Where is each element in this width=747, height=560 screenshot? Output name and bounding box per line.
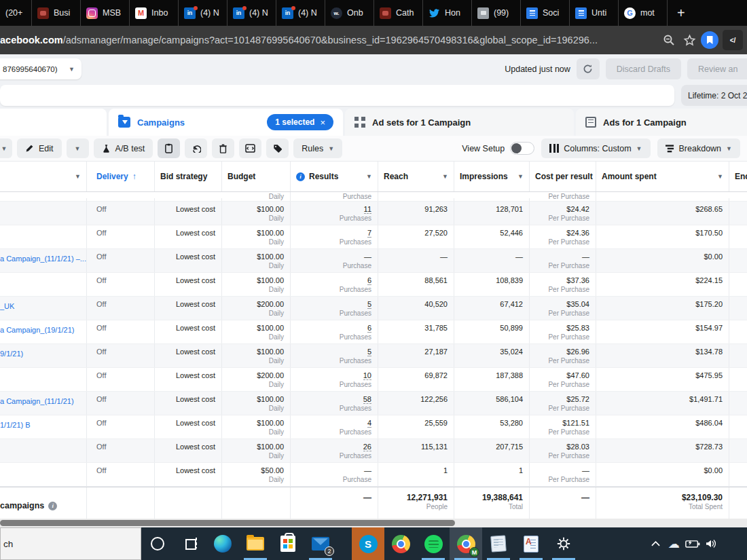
browser-tab[interactable]: MSB: [80, 0, 129, 26]
campaign-budget: $100.00Daily: [222, 202, 291, 225]
edit-button[interactable]: Edit: [17, 138, 62, 158]
browser-tab[interactable]: in(4) N: [227, 0, 276, 26]
file-explorer-icon[interactable]: [239, 527, 272, 560]
volume-icon[interactable]: [702, 539, 720, 548]
campaign-impressions: 1: [454, 463, 530, 486]
cortana-icon[interactable]: [141, 527, 174, 560]
refresh-button[interactable]: [577, 58, 600, 79]
column-results[interactable]: iResults▼: [291, 162, 378, 191]
campaign-name-link[interactable]: _UK: [0, 302, 14, 310]
ab-test-button[interactable]: A/B test: [94, 138, 153, 158]
campaign-results: 6Purchases: [291, 273, 378, 296]
discard-drafts-button[interactable]: Discard Drafts: [606, 58, 681, 79]
campaign-row[interactable]: 9/1/21)OffLowest cost$100.00Daily5Purcha…: [0, 344, 747, 368]
campaign-row[interactable]: a Campaign_(19/1/21)OffLowest cost$100.0…: [0, 320, 747, 344]
campaign-name-link[interactable]: 1/1/21) B: [0, 421, 31, 429]
campaign-name-link[interactable]: a Campaign_(19/1/21): [0, 326, 74, 334]
battery-icon[interactable]: [683, 540, 702, 548]
column-bid-strategy[interactable]: Bid strategy: [155, 162, 222, 191]
close-icon[interactable]: ×: [320, 117, 325, 128]
browser-tab[interactable]: (99): [471, 0, 520, 26]
campaign-name-link[interactable]: a Campaign_(11/1/21): [0, 397, 74, 405]
browser-url-bar[interactable]: acebook.com/adsmanager/manage/campaigns?…: [0, 26, 747, 54]
undo-icon-button[interactable]: [185, 138, 207, 158]
taskbar-search-box[interactable]: ch: [0, 527, 141, 560]
scrollbar-thumb[interactable]: [0, 520, 455, 526]
tab-campaigns[interactable]: Campaigns 1 selected ×: [109, 109, 343, 136]
campaign-row[interactable]: OffLowest cost$100.00Daily11Purchases91,…: [0, 202, 747, 225]
campaign-name-cell: a Campaign_(19/1/21): [0, 320, 87, 343]
browser-tab[interactable]: Busi: [31, 0, 80, 26]
delete-icon-button[interactable]: [212, 138, 234, 158]
browser-tab[interactable]: w.Onb: [325, 0, 374, 26]
account-selector[interactable]: 876995640670) ▼: [0, 58, 81, 79]
columns-button[interactable]: Columns: Custom▼: [541, 138, 650, 158]
review-and-publish-button[interactable]: Review an: [687, 58, 747, 79]
column-impressions[interactable]: Impressions▼: [454, 162, 530, 191]
browser-tab[interactable]: Unti: [569, 0, 618, 26]
bookmark-star-icon[interactable]: [679, 30, 699, 50]
campaign-row[interactable]: OffLowest cost$50.00Daily—Purchase11—Per…: [0, 463, 747, 487]
campaign-row[interactable]: _UKOffLowest cost$200.00Daily5Purchases4…: [0, 297, 747, 320]
campaign-row[interactable]: OffLowest cost$100.00Daily7Purchases27,5…: [0, 225, 747, 249]
browser-tab[interactable]: Soci: [520, 0, 569, 26]
column-delivery[interactable]: Delivery↑: [87, 162, 155, 191]
browser-tab[interactable]: Hon: [422, 0, 471, 26]
campaign-row[interactable]: a Campaign_(11/1/21) –...OffLowest cost$…: [0, 249, 747, 273]
notepad-icon[interactable]: [482, 527, 515, 560]
browser-tab[interactable]: in(4) N: [178, 0, 227, 26]
duplicate-dropdown-button[interactable]: ▼: [0, 138, 12, 158]
column-reach[interactable]: Reach▼: [378, 162, 454, 191]
campaign-row[interactable]: 1/1/21) BOffLowest cost$100.00Daily4Purc…: [0, 415, 747, 439]
chrome-profile-icon[interactable]: M: [450, 527, 482, 560]
skype-icon[interactable]: S: [352, 527, 384, 560]
rules-button[interactable]: Rules▼: [293, 138, 342, 158]
tab-partial[interactable]: [0, 109, 107, 136]
date-range-selector[interactable]: Lifetime: 2 Oct 202: [681, 85, 747, 106]
column-amount-spent[interactable]: Amount spent▼: [596, 162, 729, 191]
onedrive-cloud-icon[interactable]: ☁: [665, 537, 683, 551]
tray-chevron-icon[interactable]: [646, 541, 665, 546]
column-budget[interactable]: Budget: [222, 162, 291, 191]
column-end[interactable]: End: [729, 162, 747, 191]
campaign-name-link[interactable]: 9/1/21): [0, 350, 23, 358]
address-bar-url[interactable]: acebook.com/adsmanager/manage/campaigns?…: [0, 35, 659, 45]
microsoft-store-icon[interactable]: [272, 527, 304, 560]
spotify-icon[interactable]: [417, 527, 450, 560]
breakdown-button[interactable]: Breakdown▼: [657, 138, 740, 158]
selected-count-pill[interactable]: 1 selected ×: [267, 114, 333, 130]
extension-bookmark-icon[interactable]: [699, 30, 720, 50]
browser-tab[interactable]: Cath: [374, 0, 422, 26]
column-cost-per-result[interactable]: Cost per result▼: [530, 162, 596, 191]
campaign-budget: $50.00Daily: [222, 463, 291, 486]
edge-icon[interactable]: [206, 527, 239, 560]
new-tab-button[interactable]: +: [667, 0, 695, 26]
campaign-end-cell: [729, 368, 747, 391]
browser-tab[interactable]: Gmot: [618, 0, 667, 26]
column-campaign-name[interactable]: ▼: [0, 162, 87, 191]
copy-icon-button[interactable]: [158, 138, 180, 158]
campaign-row[interactable]: OffLowest cost$100.00Daily6Purchases88,5…: [0, 273, 747, 297]
search-filter-input[interactable]: [0, 85, 674, 106]
tag-icon-button[interactable]: [266, 138, 289, 158]
campaign-row[interactable]: OffLowest cost$200.00Daily10Purchases69,…: [0, 368, 747, 392]
campaign-name-link[interactable]: a Campaign_(11/1/21) –...: [0, 255, 86, 263]
browser-tab[interactable]: in(4) N: [276, 0, 325, 26]
browser-tab[interactable]: MInbo: [129, 0, 178, 26]
summary-row: campaigns i — 12,271,931People 19,388,64…: [0, 487, 747, 519]
zoom-icon[interactable]: [659, 30, 679, 50]
code-extension-icon[interactable]: </: [723, 30, 743, 50]
settings-gear-icon[interactable]: [547, 527, 580, 560]
campaign-row[interactable]: OffLowest cost$100.00Daily26Purchases115…: [0, 439, 747, 463]
wordpad-icon[interactable]: A: [515, 527, 547, 560]
view-setup-toggle[interactable]: [510, 142, 534, 155]
task-view-icon[interactable]: [174, 527, 206, 560]
browser-tab[interactable]: (20+: [0, 0, 31, 26]
chrome-icon[interactable]: [384, 527, 417, 560]
campaign-row[interactable]: a Campaign_(11/1/21)OffLowest cost$100.0…: [0, 392, 747, 415]
mail-icon[interactable]: 2: [304, 527, 337, 560]
preview-icon-button[interactable]: [239, 138, 261, 158]
edit-dropdown-button[interactable]: ▼: [67, 138, 89, 158]
tab-ad-sets[interactable]: Ad sets for 1 Campaign: [345, 109, 574, 136]
tab-ads[interactable]: Ads for 1 Campaign: [576, 109, 747, 136]
